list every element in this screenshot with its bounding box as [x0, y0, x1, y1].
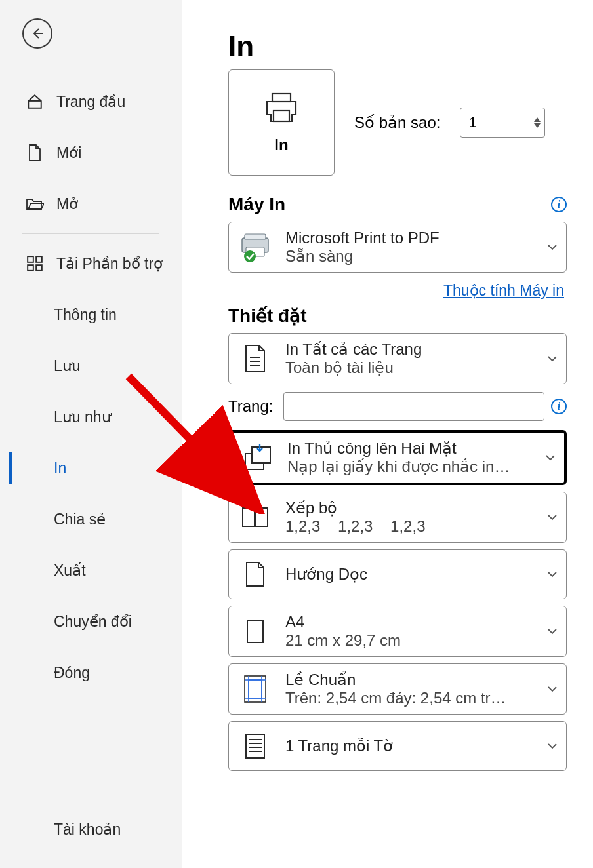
duplex-dropdown[interactable]: In Thủ công lên Hai Mặt Nạp lại giấy khi… — [228, 430, 567, 485]
orientation-dropdown[interactable]: Hướng Dọc — [228, 549, 567, 599]
arrow-left-icon — [30, 26, 45, 41]
chevron-down-icon — [546, 356, 558, 362]
printer-status: Sẵn sàng — [285, 247, 541, 266]
svg-rect-0 — [28, 256, 33, 262]
chevron-down-icon — [546, 743, 558, 749]
pages-info-icon[interactable]: i — [551, 399, 567, 414]
nav-save[interactable]: Lưu — [0, 340, 182, 391]
home-icon — [25, 92, 45, 111]
addins-icon — [25, 254, 45, 273]
nav-new-label: Mới — [56, 144, 81, 162]
chevron-down-icon — [546, 245, 558, 250]
pages-label: Trang: — [228, 397, 277, 416]
pages-per-sheet-dropdown[interactable]: 1 Trang mỗi Tờ — [228, 721, 567, 771]
print-button[interactable]: In — [228, 69, 335, 176]
printer-ready-icon — [238, 230, 272, 264]
margins-icon — [238, 672, 272, 706]
printer-info-icon[interactable]: i — [551, 197, 567, 212]
nav-export[interactable]: Xuất — [0, 545, 182, 596]
svg-rect-7 — [245, 234, 266, 239]
chevron-down-icon — [546, 515, 558, 521]
svg-rect-5 — [274, 111, 289, 121]
printer-section-title: Máy In — [228, 194, 285, 215]
nav-addins[interactable]: Tải Phần bổ trợ — [0, 238, 182, 289]
nav-home[interactable]: Trang đầu — [0, 76, 182, 127]
chevron-down-icon — [546, 572, 558, 578]
nav-open-label: Mở — [56, 195, 78, 213]
pages-input[interactable] — [283, 392, 544, 421]
print-backstage-main: In In Số bản sao: 1 Máy In i — [182, 0, 593, 868]
chevron-down-icon — [544, 455, 556, 461]
copies-label: Số bản sao: — [354, 113, 440, 132]
pages-per-sheet-icon — [238, 729, 272, 763]
chevron-down-icon — [546, 629, 558, 635]
printer-dropdown[interactable]: Microsoft Print to PDF Sẵn sàng — [228, 222, 567, 273]
printer-icon — [263, 91, 300, 124]
printer-name: Microsoft Print to PDF — [285, 229, 541, 247]
nav-home-label: Trang đầu — [56, 93, 125, 111]
svg-rect-16 — [249, 680, 262, 698]
svg-rect-13 — [256, 508, 268, 526]
copies-value: 1 — [468, 114, 534, 131]
svg-rect-1 — [36, 256, 42, 262]
collate-dropdown[interactable]: Xếp bộ 1,2,3 1,2,3 1,2,3 — [228, 492, 567, 543]
margins-dropdown[interactable]: Lề Chuẩn Trên: 2,54 cm đáy: 2,54 cm tr… — [228, 663, 567, 715]
file-icon — [25, 143, 45, 163]
nav-save-as[interactable]: Lưu như — [0, 391, 182, 443]
paper-size-dropdown[interactable]: A4 21 cm x 29,7 cm — [228, 606, 567, 657]
copies-spinner[interactable]: 1 — [460, 108, 545, 138]
svg-rect-4 — [272, 94, 291, 102]
backstage-sidebar: Trang đầu Mới Mở Tải Phần bổ trợ Thông t… — [0, 0, 182, 868]
print-what-dropdown[interactable]: In Tất cả các Trang Toàn bộ tài liệu — [228, 333, 567, 384]
settings-section-title: Thiết đặt — [228, 305, 567, 326]
document-icon — [238, 342, 272, 376]
nav-info[interactable]: Thông tin — [0, 289, 182, 340]
nav-transform[interactable]: Chuyển đổi — [0, 596, 182, 647]
svg-rect-12 — [243, 508, 255, 526]
svg-rect-21 — [246, 734, 264, 758]
page-icon — [238, 614, 272, 648]
chevron-down-icon — [546, 686, 558, 692]
nav-open[interactable]: Mở — [0, 178, 182, 229]
nav-separator — [22, 233, 159, 234]
portrait-icon — [238, 557, 272, 591]
back-button[interactable] — [22, 18, 52, 49]
nav-share[interactable]: Chia sẻ — [0, 494, 182, 545]
svg-rect-2 — [28, 265, 33, 271]
nav-print[interactable]: In — [0, 443, 182, 494]
collate-icon — [238, 500, 272, 534]
printer-properties-link[interactable]: Thuộc tính Máy in — [443, 282, 564, 299]
svg-rect-14 — [247, 620, 263, 642]
spinner-arrows-icon[interactable] — [534, 117, 541, 128]
print-button-label: In — [274, 136, 288, 154]
svg-rect-3 — [36, 265, 42, 271]
nav-close[interactable]: Đóng — [0, 647, 182, 698]
nav-new[interactable]: Mới — [0, 127, 182, 178]
page-title: In — [228, 30, 567, 63]
manual-duplex-icon — [240, 441, 274, 475]
nav-account[interactable]: Tài khoản — [0, 804, 182, 855]
nav-addins-label: Tải Phần bổ trợ — [56, 255, 163, 273]
folder-open-icon — [25, 194, 45, 214]
